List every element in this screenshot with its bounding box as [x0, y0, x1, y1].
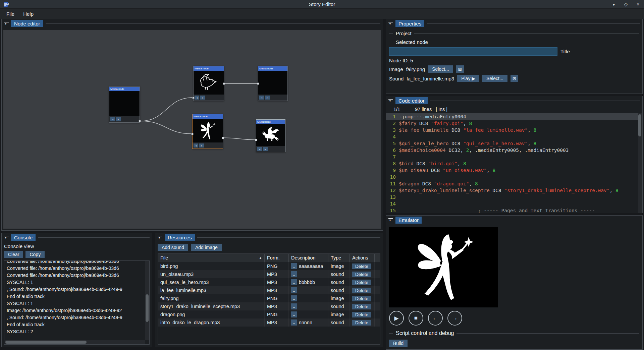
table-row[interactable]: qui_sera_le_hero.mp3MP3..bbbbbbsoundDele… — [158, 278, 380, 286]
node-play-icon[interactable]: ▸ — [116, 117, 121, 121]
node-port[interactable] — [223, 82, 225, 85]
edit-description-button[interactable]: .. — [291, 319, 297, 326]
node-play-icon[interactable]: ▸ — [265, 96, 270, 100]
delete-button[interactable]: Delete — [352, 264, 371, 269]
collapse-panel-icon[interactable] — [388, 22, 393, 26]
console-horizontal-scrollbar[interactable] — [5, 340, 145, 344]
play-button[interactable]: ▶ — [389, 311, 404, 326]
image-clear-button[interactable]: ⊠ — [456, 65, 464, 73]
code-line[interactable]: 7 — [386, 154, 642, 160]
delete-button[interactable]: Delete — [352, 296, 371, 301]
node-edge[interactable] — [141, 121, 192, 134]
delete-button[interactable]: Delete — [352, 320, 371, 326]
code-area[interactable]: 1→jump···.mediaEntry00042$fairy DC8 "fai… — [386, 113, 642, 213]
node-edge[interactable] — [141, 98, 193, 121]
node-port[interactable] — [192, 97, 195, 99]
delete-button[interactable]: Delete — [352, 304, 371, 309]
console-log[interactable]: Converted file: /home/anthony/ostproj/ba… — [4, 260, 150, 345]
sound-play-button[interactable]: Play ▶ — [457, 75, 479, 82]
code-line[interactable]: 3$la_fee_luminelle DC8 "la_fee_luminelle… — [386, 127, 642, 133]
step-forward-button[interactable]: → — [447, 311, 462, 326]
table-row[interactable]: fairy.pngPNG..imageDelete — [158, 294, 380, 302]
collapse-panel-icon[interactable] — [4, 236, 9, 240]
delete-button[interactable]: Delete — [352, 288, 371, 293]
graph-node-end[interactable]: Media node◂▸ — [258, 66, 288, 101]
table-row[interactable]: un_oiseau.mp3MP3..soundDelete — [158, 270, 380, 278]
edit-description-button[interactable]: .. — [291, 279, 297, 285]
sound-select-button[interactable]: Select... — [482, 75, 507, 82]
maximize-icon[interactable]: ◇ — [623, 2, 629, 7]
minimize-icon[interactable]: ▾ — [611, 2, 616, 7]
collapse-panel-icon[interactable] — [4, 22, 9, 26]
collapse-panel-icon[interactable] — [388, 218, 393, 222]
clear-button[interactable]: Clear — [4, 251, 23, 258]
scrollbar-thumb[interactable] — [146, 294, 149, 322]
node-prev-icon[interactable]: ◂ — [194, 143, 198, 148]
code-line[interactable]: 13 — [386, 194, 642, 200]
code-vertical-scrollbar[interactable] — [638, 113, 642, 213]
code-line[interactable]: 2$fairy DC8 "fairy.qoi", 8 — [386, 120, 642, 127]
node-prev-icon[interactable]: ◂ — [195, 96, 199, 100]
sound-clear-button[interactable]: ⊠ — [511, 75, 518, 82]
column-header-file[interactable]: File ▲ — [158, 254, 265, 262]
node-canvas[interactable]: Media node◂▸Media node◂▸Media node◂▸Medi… — [3, 30, 381, 229]
table-row[interactable]: la_fee_luminelle.mp3MP3..soundDelete — [158, 286, 380, 294]
edit-description-button[interactable]: .. — [291, 311, 297, 317]
table-row[interactable]: story1_drako_luminelle_sceptre.mp3MP3..s… — [158, 302, 380, 310]
scrollbar-thumb[interactable] — [5, 341, 87, 344]
stop-button[interactable]: ■ — [409, 311, 423, 326]
table-row[interactable]: dragon.pngPNG..imageDelete — [158, 310, 380, 318]
graph-node-bird[interactable]: Media node◂▸ — [193, 66, 224, 101]
graph-node-fairy[interactable]: Media node◂▸ — [192, 114, 223, 149]
node-play-icon[interactable]: ▸ — [199, 143, 204, 148]
step-back-button[interactable]: ← — [428, 311, 443, 326]
collapse-panel-icon[interactable] — [388, 99, 393, 103]
graph-node-start[interactable]: Media node◂▸ — [109, 86, 140, 123]
node-title-input[interactable] — [389, 47, 557, 56]
node-port[interactable] — [257, 82, 259, 85]
code-line[interactable]: 10 — [386, 174, 642, 180]
edit-description-button[interactable]: .. — [291, 295, 297, 301]
edit-description-button[interactable]: .. — [291, 271, 297, 277]
code-line[interactable]: 5$qui_sera_le_hero DC8 "qui_sera_le_hero… — [386, 140, 642, 147]
close-icon[interactable]: × — [635, 2, 641, 7]
code-line[interactable]: 8$bird DC8 "bird.qoi", 8 — [386, 160, 642, 167]
add-sound-button[interactable]: Add sound — [158, 244, 188, 251]
code-line[interactable]: 4 — [386, 133, 642, 140]
node-port[interactable] — [222, 137, 224, 139]
node-prev-icon[interactable]: ◂ — [257, 147, 262, 151]
node-play-icon[interactable]: ▸ — [263, 147, 268, 151]
menu-file[interactable]: File — [2, 10, 19, 18]
edit-description-button[interactable]: .. — [291, 287, 297, 293]
column-header-actions[interactable]: Actions — [350, 254, 375, 262]
code-line[interactable]: 9$un_oiseau DC8 "un_oiseau.wav", 8 — [386, 167, 642, 174]
build-button[interactable]: Build — [389, 340, 408, 347]
node-port[interactable] — [255, 139, 257, 141]
node-play-icon[interactable]: ▸ — [200, 96, 205, 100]
delete-button[interactable]: Delete — [352, 272, 371, 277]
node-port[interactable] — [191, 133, 194, 135]
add-image-button[interactable]: Add image — [191, 244, 222, 251]
node-prev-icon[interactable]: ◂ — [259, 96, 264, 100]
code-line[interactable]: 14 — [386, 200, 642, 207]
scrollbar-thumb[interactable] — [638, 114, 641, 136]
table-row[interactable]: intro_drako_le_dragon.mp3MP3..nnnnnsound… — [158, 318, 380, 327]
code-line[interactable]: 15 ; ----- Pages and Text Transitions --… — [386, 207, 642, 213]
menu-help[interactable]: Help — [19, 10, 38, 18]
code-line[interactable]: 6$mediaChoice0004 DC32, 2, .mediaEntry00… — [386, 147, 642, 154]
code-line[interactable]: 12$story1_drako_luminelle_sceptre DC8 "s… — [386, 187, 642, 194]
column-header-description[interactable]: Description — [289, 254, 328, 262]
collapse-panel-icon[interactable] — [158, 236, 162, 240]
copy-button[interactable]: Copy — [25, 251, 45, 258]
node-port[interactable] — [139, 120, 141, 122]
node-prev-icon[interactable]: ◂ — [110, 117, 115, 121]
column-header-format[interactable]: Form. — [265, 254, 289, 262]
delete-button[interactable]: Delete — [352, 280, 371, 285]
code-line[interactable]: 1→jump···.mediaEntry0004 — [386, 113, 642, 120]
column-header-type[interactable]: Type — [328, 254, 350, 262]
console-vertical-scrollbar[interactable] — [145, 261, 149, 340]
node-edge[interactable] — [224, 138, 255, 140]
image-select-button[interactable]: Select... — [428, 65, 453, 73]
edit-description-button[interactable]: .. — [291, 263, 297, 269]
edit-description-button[interactable]: .. — [291, 303, 297, 309]
